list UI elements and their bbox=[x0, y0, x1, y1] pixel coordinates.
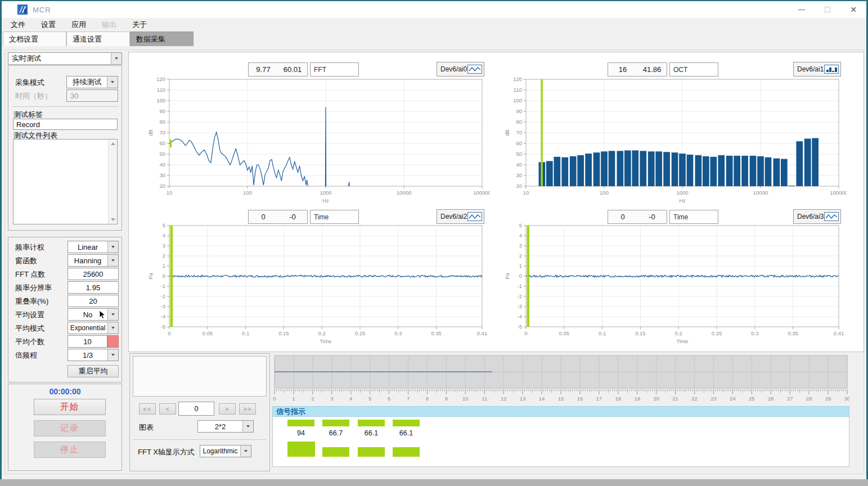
chart-layout-value: 2*2 bbox=[198, 422, 242, 431]
filelist-scrollbar[interactable] bbox=[108, 140, 117, 224]
svg-text:0: 0 bbox=[168, 330, 170, 336]
test-file-list[interactable] bbox=[13, 139, 118, 224]
svg-text:3: 3 bbox=[330, 395, 333, 402]
avg-count-input[interactable]: 10 bbox=[68, 335, 107, 348]
chevron-down-icon[interactable] bbox=[107, 322, 118, 334]
chevron-down-icon[interactable] bbox=[107, 309, 118, 320]
maximize-button[interactable] bbox=[815, 1, 840, 18]
page-next-button[interactable]: > bbox=[219, 403, 236, 415]
oct-chart-header: 16 41.86 OCT bbox=[608, 62, 718, 76]
svg-text:30: 30 bbox=[516, 172, 522, 178]
svg-text:90: 90 bbox=[159, 108, 165, 114]
page-prev-button[interactable]: < bbox=[159, 403, 176, 415]
fft-type-box[interactable]: FFT bbox=[310, 62, 359, 76]
chevron-down-icon[interactable] bbox=[111, 53, 122, 64]
oct-channel-box[interactable]: Dev6/ai1 bbox=[793, 62, 841, 76]
chevron-down-icon[interactable] bbox=[240, 446, 251, 457]
fft-cursor-readout: 9.77 60.01 bbox=[248, 62, 308, 76]
menu-file[interactable]: 文件 bbox=[3, 20, 33, 30]
svg-text:16: 16 bbox=[577, 395, 583, 402]
mouse-cursor bbox=[99, 310, 106, 320]
record-timeline[interactable]: 0123456789101112131415161718192021222324… bbox=[272, 354, 849, 405]
svg-text:28: 28 bbox=[806, 395, 812, 402]
chart-layout-select[interactable]: 2*2 bbox=[197, 420, 254, 433]
freq-weighting-value: Linear bbox=[68, 243, 107, 251]
signal-panel-body: 94 66.7 66.1 66.1 bbox=[272, 417, 849, 467]
avg-mode-select[interactable]: Exponential bbox=[68, 322, 119, 334]
time2-plot[interactable]: -5-4-3-2-101234500.050.10.150.20.250.30.… bbox=[487, 222, 847, 353]
fft-chart-header: 9.77 60.01 FFT bbox=[248, 62, 359, 76]
page-first-button[interactable]: << bbox=[139, 403, 156, 415]
record-name-input[interactable]: Record bbox=[13, 119, 118, 130]
acq-mode-select[interactable]: 持续测试 bbox=[66, 76, 118, 88]
fft-axis-select[interactable]: Logarithmic bbox=[200, 445, 251, 457]
restart-avg-button[interactable]: 重启平均 bbox=[68, 365, 119, 377]
svg-text:0.05: 0.05 bbox=[203, 330, 213, 336]
tab-channel-settings[interactable]: 通道设置 bbox=[66, 32, 130, 46]
chart-layout-label: 图表 bbox=[139, 422, 154, 433]
window-bottom-edge bbox=[0, 479, 868, 486]
svg-text:26: 26 bbox=[768, 395, 774, 402]
fft-channel-box[interactable]: Dev6/ai0 bbox=[437, 62, 484, 76]
chevron-down-icon[interactable] bbox=[107, 349, 118, 361]
measure-mode-value: 实时测试 bbox=[8, 53, 111, 64]
octave-label: 倍频程 bbox=[15, 350, 37, 361]
svg-text:-4: -4 bbox=[161, 313, 165, 320]
svg-text:18: 18 bbox=[615, 395, 622, 402]
close-button[interactable]: ✕ bbox=[840, 1, 866, 18]
svg-text:27: 27 bbox=[787, 395, 793, 402]
fft-plot[interactable]: 2030405060708090100110120101001000100001… bbox=[130, 76, 490, 206]
signal-meter-block bbox=[287, 442, 315, 457]
svg-text:110: 110 bbox=[514, 87, 522, 93]
signal-indicator-panel: 信号指示 94 66.7 66.1 66.1 bbox=[272, 406, 849, 467]
chevron-down-icon[interactable] bbox=[107, 76, 118, 88]
freq-resolution-input[interactable]: 1.95 bbox=[68, 281, 119, 294]
scroll-up-icon[interactable] bbox=[109, 140, 117, 148]
tab-data-acquisition[interactable]: 数据采集 bbox=[130, 32, 194, 46]
svg-text:17: 17 bbox=[596, 395, 602, 402]
fft-readout-y: 60.01 bbox=[278, 63, 307, 76]
oct-plot[interactable]: 2030405060708090100110120101001000100001… bbox=[487, 76, 847, 206]
time-input: 30 bbox=[66, 89, 118, 102]
fft-axis-value: Logarithmic bbox=[200, 447, 240, 455]
time2-readout-x: 0 bbox=[608, 210, 637, 223]
svg-text:Time: Time bbox=[677, 338, 689, 344]
freq-weighting-select[interactable]: Linear bbox=[68, 241, 119, 253]
chevron-down-icon[interactable] bbox=[242, 421, 253, 432]
overlap-input[interactable]: 20 bbox=[68, 295, 119, 307]
octave-value: 1/3 bbox=[68, 351, 107, 359]
signal-level-bar bbox=[287, 420, 314, 426]
chevron-down-icon[interactable] bbox=[107, 241, 118, 253]
close-icon: ✕ bbox=[850, 5, 857, 14]
time1-plot[interactable]: -5-4-3-2-101234500.050.10.150.20.250.30.… bbox=[130, 222, 490, 353]
oct-type-box[interactable]: OCT bbox=[669, 62, 718, 76]
avg-setting-select[interactable]: No bbox=[68, 308, 119, 321]
minimize-button[interactable] bbox=[789, 1, 815, 18]
fft-points-input[interactable]: 25600 bbox=[68, 268, 119, 280]
measure-mode-select[interactable]: 实时测试 bbox=[8, 52, 122, 65]
svg-text:80: 80 bbox=[159, 119, 165, 125]
svg-text:9: 9 bbox=[445, 395, 448, 402]
svg-text:30: 30 bbox=[844, 395, 849, 402]
svg-text:0.2: 0.2 bbox=[675, 330, 682, 336]
tab-document-settings[interactable]: 文档设置 bbox=[3, 32, 66, 46]
svg-text:1: 1 bbox=[519, 263, 522, 269]
svg-text:1000: 1000 bbox=[320, 190, 331, 196]
page-last-button[interactable]: >> bbox=[239, 403, 256, 415]
start-button[interactable]: 开始 bbox=[34, 399, 106, 415]
acq-mode-value: 持续测试 bbox=[67, 77, 107, 87]
svg-text:dB: dB bbox=[504, 129, 510, 136]
page-number-input[interactable]: 0 bbox=[178, 402, 214, 416]
chevron-down-icon[interactable] bbox=[107, 255, 118, 266]
svg-text:0.25: 0.25 bbox=[712, 330, 722, 336]
window-func-select[interactable]: Hanning bbox=[68, 254, 119, 267]
svg-text:10000: 10000 bbox=[397, 190, 411, 196]
menu-settings[interactable]: 设置 bbox=[33, 20, 64, 30]
menu-apply[interactable]: 应用 bbox=[64, 20, 94, 30]
signal-level-bar bbox=[358, 420, 385, 426]
menu-about[interactable]: 关于 bbox=[124, 20, 155, 30]
scroll-down-icon[interactable] bbox=[109, 215, 117, 224]
octave-select[interactable]: 1/3 bbox=[68, 349, 119, 361]
svg-text:90: 90 bbox=[516, 108, 522, 114]
svg-text:110: 110 bbox=[157, 87, 165, 93]
